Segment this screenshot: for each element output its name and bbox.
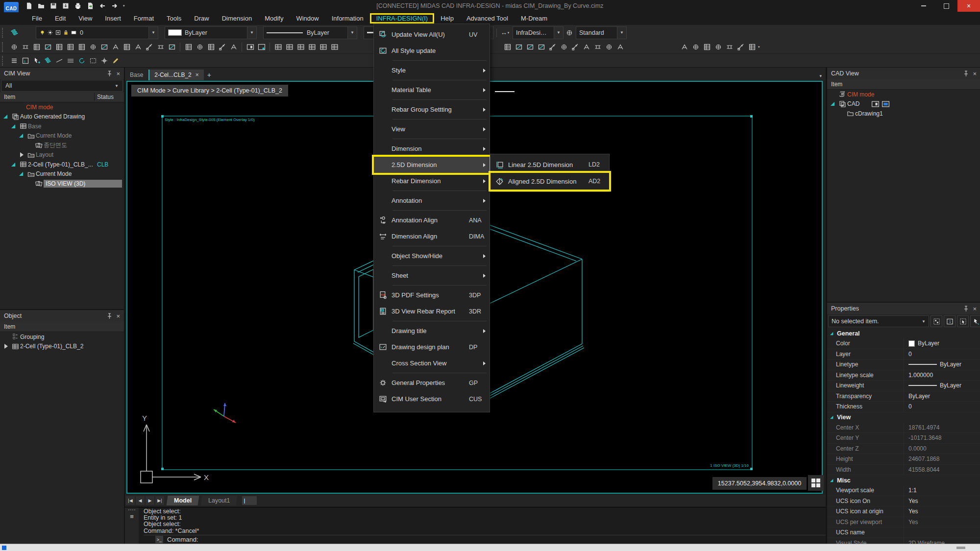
menu-item-dimension-align[interactable]: Dimension AlignDIMA [374,228,490,244]
forward-arrow-icon[interactable] [110,1,119,10]
rebar-note-icon[interactable] [183,42,194,52]
property-value[interactable]: -10171.3648 [906,434,941,441]
console-grip[interactable] [128,509,135,512]
cad-tree-row[interactable]: CIM mode [827,90,980,99]
collapse-icon[interactable] [19,171,24,177]
pin-icon[interactable] [963,71,969,77]
property-value[interactable]: ByLayer [906,340,939,347]
property-value[interactable]: 0 [906,351,912,358]
selection-dropdown[interactable]: No selected item. ▼ [828,315,929,327]
polar-track-icon[interactable] [536,42,547,52]
grid-toggle-icon[interactable] [502,42,513,52]
menubar-item-edit[interactable]: Edit [49,13,72,24]
zoom-window-icon[interactable] [614,42,626,52]
dim-baseline-icon[interactable] [98,42,110,52]
chevron-down-icon[interactable]: ▼ [347,27,357,39]
menu-item-material-table[interactable]: Material Table [374,82,490,98]
menu-item-style[interactable]: Style [374,62,490,78]
open-file-icon[interactable] [37,1,46,10]
collapse-icon[interactable] [830,101,836,107]
tab-cursor-stub[interactable]: | [242,496,257,505]
cim-tree-row[interactable]: DWGCurrent Mode [0,169,124,179]
overflow-icon[interactable] [228,42,239,52]
line-thin-icon[interactable] [53,55,65,66]
pin-icon[interactable] [107,313,112,319]
export-icon[interactable] [86,1,95,10]
toolbar-grip[interactable] [2,42,5,52]
property-row[interactable]: LinetypeByLayer [827,359,980,370]
first-tab-button[interactable]: |◀ [126,496,135,505]
dim-ordinate-icon[interactable] [53,42,65,52]
menubar-item-file[interactable]: File [25,13,49,24]
cim-tree-row[interactable]: 종단면도 [0,141,124,150]
new-file-icon[interactable] [24,1,33,10]
property-group-view[interactable]: View [827,412,980,423]
dim-angular-icon[interactable] [31,42,42,52]
hatch-layers-icon[interactable] [42,55,53,66]
rotate-left-icon[interactable] [205,42,217,52]
menubar-item-window[interactable]: Window [290,13,325,24]
quick-props-icon[interactable] [603,42,614,52]
property-row[interactable]: Height24607.1868 [827,454,980,465]
object-tree-row[interactable]: 2-Cell (Type-01)_CLB_2 [0,342,124,352]
tab-overflow-icon[interactable]: ▾ [819,73,822,78]
property-group-misc[interactable]: Misc [827,475,980,485]
sheet-list-icon[interactable] [679,42,690,52]
view-list-icon[interactable] [690,42,701,52]
collapse-icon[interactable] [11,162,17,168]
property-value[interactable]: ByLayer [906,393,930,400]
menu-item-annotation[interactable]: Annotation [374,192,490,209]
sun-icon[interactable] [47,29,53,36]
property-row[interactable]: UCS icon OnYes [827,496,980,507]
menubar-item-m-dream[interactable]: M-Dream [514,13,554,24]
scale-list-icon[interactable] [724,42,735,52]
pick-cursor-icon[interactable] [957,315,969,327]
numbered-view-icon[interactable]: 1 [944,315,956,327]
property-row[interactable]: LineweightByLayer [827,381,980,391]
menu-item-update-view-all-u-[interactable]: Update View All(U)UV [374,26,490,43]
property-row[interactable]: UCS icon at originYes [827,506,980,517]
rebar-leader-icon[interactable] [194,42,205,52]
pin-icon[interactable] [107,71,112,77]
close-icon[interactable]: × [973,70,977,77]
dim-break-icon[interactable] [132,42,144,52]
console-toggle-icon[interactable] [8,55,20,66]
menu-item-all-style-update[interactable]: All Style update [374,43,490,59]
menubar-item-draw[interactable]: Draw [188,13,215,24]
menubar-item-modify[interactable]: Modify [258,13,290,24]
property-row[interactable]: UCS name [827,527,980,538]
annotation-scale-icon[interactable] [712,42,724,52]
last-tab-button[interactable]: ▶| [155,496,164,505]
table-merge-icon[interactable] [318,42,329,52]
toolbar-overflow-icon[interactable]: ▾ [758,45,760,49]
color-combo[interactable]: ByLayer ▼ [165,26,257,39]
cim-tree-row[interactable]: 2-Cell (Type-01)_CLB_...CLB [0,160,124,169]
chevron-down-icon[interactable]: ▼ [554,27,563,39]
collapse-icon[interactable] [3,114,9,120]
collapse-icon[interactable] [830,415,834,420]
freeze-icon[interactable] [55,29,61,36]
menu-item-sheet[interactable]: Sheet [374,267,490,284]
menu-item-2-5d-dimension[interactable]: 2.5D Dimension [374,157,490,173]
linetype-combo[interactable]: ByLayer ▼ [263,26,357,39]
property-row[interactable]: Thickness0 [827,402,980,412]
object-tree-row[interactable]: Grouping [0,332,124,342]
swatch-icon[interactable] [71,29,77,36]
menu-item-object-show-hide[interactable]: Object Show/Hide [374,248,490,264]
property-row[interactable]: Width41558.8044 [827,465,980,476]
edit-pencil-icon[interactable] [110,55,121,66]
property-row[interactable]: Center Y-10171.3648 [827,433,980,444]
menubar-item-insert[interactable]: Insert [98,13,127,24]
prev-tab-button[interactable]: ◀ [136,496,145,505]
center-mark-icon[interactable] [155,42,166,52]
dim-style-combo[interactable]: InfraDesign,... ▼ [513,26,564,39]
table-edit-icon[interactable] [284,42,295,52]
text-insert-icon[interactable]: I [20,55,31,66]
viewport-bulb-icon[interactable] [256,42,267,52]
cad-tree-row[interactable]: CAD [827,99,980,109]
menu-item-rebar-dimension[interactable]: Rebar Dimension [374,173,490,189]
dim-aligned-icon[interactable] [20,42,31,52]
dim-diameter-icon[interactable] [87,42,98,52]
tab-add-button[interactable]: + [204,70,214,80]
viewport-frame-icon[interactable] [245,42,256,52]
